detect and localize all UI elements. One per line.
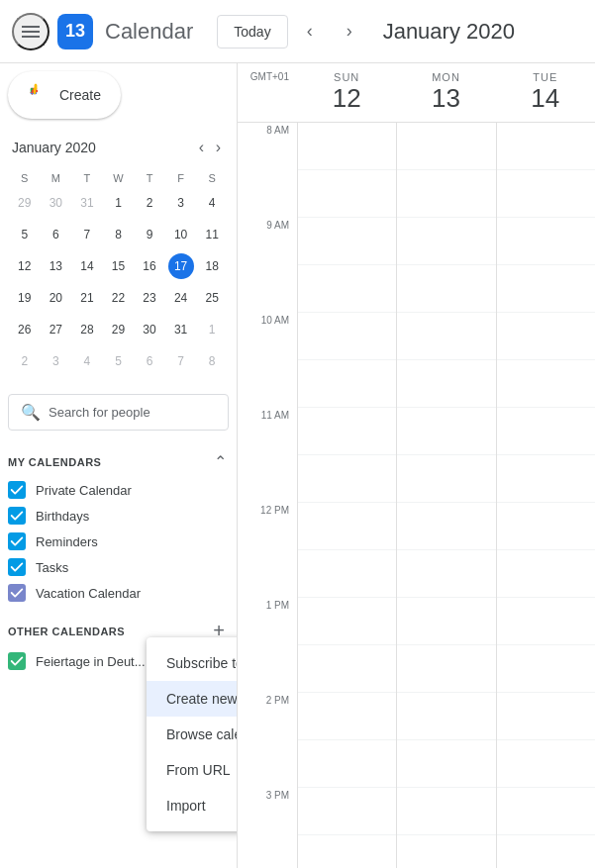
- event-slot[interactable]: [497, 408, 595, 455]
- event-slot[interactable]: [497, 455, 595, 503]
- mini-cal-day[interactable]: 28: [72, 315, 102, 344]
- mini-cal-day[interactable]: 30: [135, 315, 164, 344]
- calendar-checkbox[interactable]: [8, 532, 26, 550]
- next-button[interactable]: ›: [332, 14, 367, 49]
- mini-cal-day[interactable]: 7: [166, 346, 196, 376]
- search-people-field[interactable]: 🔍 Search for people: [8, 394, 229, 431]
- create-button[interactable]: + Create: [8, 71, 121, 119]
- event-slot[interactable]: [497, 598, 595, 645]
- mini-cal-day[interactable]: 2: [10, 346, 40, 376]
- event-slot[interactable]: [397, 835, 495, 868]
- event-slot[interactable]: [298, 693, 396, 740]
- event-slot[interactable]: [298, 455, 396, 503]
- dropdown-menu-item[interactable]: Subscribe to calendar: [147, 645, 238, 681]
- mini-cal-day[interactable]: 31: [166, 315, 196, 344]
- mini-cal-day[interactable]: 24: [166, 283, 196, 313]
- mini-cal-day[interactable]: 8: [104, 220, 134, 249]
- event-slot[interactable]: [497, 503, 595, 550]
- mini-cal-day[interactable]: 12: [10, 251, 40, 281]
- event-slot[interactable]: [497, 218, 595, 265]
- menu-button[interactable]: [12, 13, 50, 50]
- event-slot[interactable]: [497, 645, 595, 693]
- mini-cal-day[interactable]: 25: [197, 283, 227, 313]
- mini-cal-day[interactable]: 19: [10, 283, 40, 313]
- my-calendar-item[interactable]: Birthdays: [8, 503, 229, 529]
- mini-cal-day[interactable]: 13: [42, 251, 71, 281]
- event-slot[interactable]: [397, 503, 495, 550]
- mini-cal-day[interactable]: 18: [197, 251, 227, 281]
- event-slot[interactable]: [497, 265, 595, 313]
- mini-cal-day[interactable]: 3: [42, 346, 71, 376]
- event-slot[interactable]: [397, 313, 495, 360]
- day-number[interactable]: 14: [496, 83, 595, 114]
- calendar-checkbox[interactable]: [8, 481, 26, 499]
- event-slot[interactable]: [298, 550, 396, 598]
- mini-cal-day[interactable]: 4: [197, 188, 227, 218]
- mini-cal-next[interactable]: ›: [212, 135, 225, 160]
- calendar-checkbox[interactable]: [8, 652, 26, 670]
- my-calendar-item[interactable]: Private Calendar: [8, 477, 229, 503]
- event-slot[interactable]: [397, 123, 495, 170]
- mini-cal-day[interactable]: 8: [197, 346, 227, 376]
- event-slot[interactable]: [397, 265, 495, 313]
- mini-cal-day[interactable]: 21: [72, 283, 102, 313]
- dropdown-menu-item[interactable]: Import: [147, 788, 238, 823]
- mini-cal-day[interactable]: 2: [135, 188, 164, 218]
- event-slot[interactable]: [397, 788, 495, 835]
- mini-cal-day[interactable]: 29: [10, 188, 40, 218]
- mini-cal-day[interactable]: 9: [135, 220, 164, 249]
- today-button[interactable]: Today: [217, 15, 287, 48]
- dropdown-menu-item[interactable]: From URL: [147, 752, 238, 788]
- mini-cal-day[interactable]: 17: [166, 251, 196, 281]
- event-slot[interactable]: [397, 550, 495, 598]
- mini-cal-day[interactable]: 1: [197, 315, 227, 344]
- event-slot[interactable]: [497, 788, 595, 835]
- event-slot[interactable]: [298, 503, 396, 550]
- mini-cal-day[interactable]: 29: [104, 315, 134, 344]
- mini-cal-day[interactable]: 11: [197, 220, 227, 249]
- my-calendars-header[interactable]: My calendars ⌃: [8, 446, 229, 477]
- event-slot[interactable]: [397, 598, 495, 645]
- mini-cal-day[interactable]: 30: [42, 188, 71, 218]
- event-slot[interactable]: [397, 218, 495, 265]
- calendar-checkbox[interactable]: [8, 507, 26, 525]
- event-slot[interactable]: [497, 740, 595, 788]
- event-slot[interactable]: [397, 645, 495, 693]
- event-slot[interactable]: [397, 455, 495, 503]
- mini-cal-prev[interactable]: ‹: [195, 135, 208, 160]
- event-slot[interactable]: [298, 788, 396, 835]
- event-slot[interactable]: [497, 313, 595, 360]
- mini-cal-day[interactable]: 15: [104, 251, 134, 281]
- my-calendar-item[interactable]: Vacation Calendar: [8, 580, 229, 606]
- event-slot[interactable]: [298, 408, 396, 455]
- event-slot[interactable]: [298, 360, 396, 408]
- event-slot[interactable]: [298, 598, 396, 645]
- mini-cal-day[interactable]: 4: [72, 346, 102, 376]
- mini-cal-day[interactable]: 20: [42, 283, 71, 313]
- event-slot[interactable]: [397, 170, 495, 218]
- day-number[interactable]: 12: [297, 83, 396, 114]
- event-slot[interactable]: [397, 740, 495, 788]
- mini-cal-day[interactable]: 10: [166, 220, 196, 249]
- event-slot[interactable]: [397, 693, 495, 740]
- mini-cal-day[interactable]: 6: [135, 346, 164, 376]
- mini-cal-day[interactable]: 14: [72, 251, 102, 281]
- event-slot[interactable]: [298, 170, 396, 218]
- prev-button[interactable]: ‹: [292, 14, 328, 49]
- event-slot[interactable]: [298, 835, 396, 868]
- event-slot[interactable]: [497, 550, 595, 598]
- calendar-checkbox[interactable]: [8, 584, 26, 602]
- my-calendar-item[interactable]: Reminders: [8, 529, 229, 554]
- mini-cal-day[interactable]: 1: [104, 188, 134, 218]
- event-slot[interactable]: [497, 360, 595, 408]
- event-slot[interactable]: [497, 123, 595, 170]
- event-slot[interactable]: [497, 693, 595, 740]
- calendar-checkbox[interactable]: [8, 558, 26, 576]
- event-slot[interactable]: [298, 740, 396, 788]
- mini-cal-day[interactable]: 22: [104, 283, 134, 313]
- event-slot[interactable]: [497, 170, 595, 218]
- mini-cal-day[interactable]: 23: [135, 283, 164, 313]
- event-slot[interactable]: [397, 408, 495, 455]
- mini-cal-day[interactable]: 31: [72, 188, 102, 218]
- my-calendar-item[interactable]: Tasks: [8, 554, 229, 580]
